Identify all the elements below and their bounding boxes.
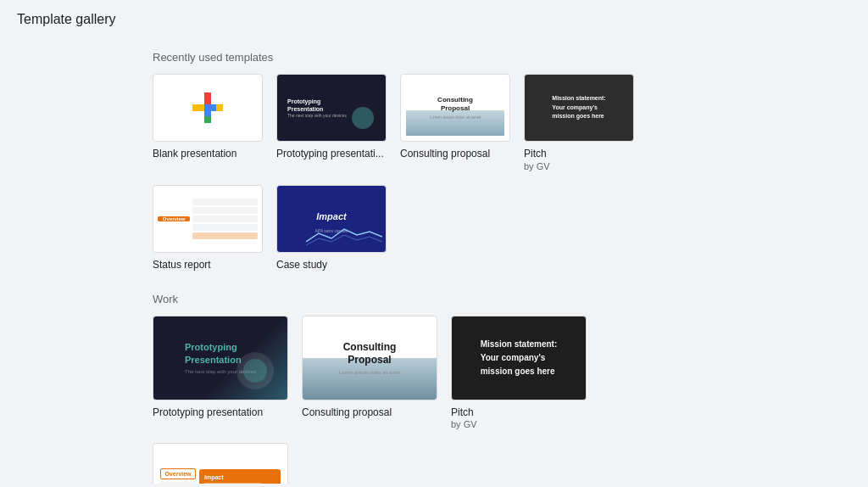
template-prototyping-lg[interactable]: PrototypingPresentation The next step wi…: [153, 316, 288, 430]
svg-rect-3: [216, 104, 223, 111]
template-blank[interactable]: Blank presentation: [153, 74, 263, 171]
recently-used-section-title: Recently used templates: [153, 51, 715, 64]
recently-used-grid: Blank presentation PrototypingPresentati…: [153, 74, 715, 272]
gallery-container: Recently used templates Blank presentati…: [0, 34, 868, 484]
svg-rect-2: [204, 92, 211, 104]
template-pitch-lg[interactable]: Mission statement:Your company'smission …: [451, 316, 587, 430]
template-status-lg-thumb: Overview Impact: [153, 443, 288, 484]
template-status-lg[interactable]: Overview Impact Status report: [153, 443, 288, 484]
template-consulting-lg-thumb: ConsultingProposal Lorem ipsum dolor sit…: [302, 316, 437, 400]
template-pitch-lg-thumb: Mission statement:Your company'smission …: [451, 316, 587, 400]
template-pitch-sm[interactable]: Mission statement:Your company'smission …: [524, 74, 634, 171]
template-consulting-lg-label: Consulting proposal: [302, 406, 437, 420]
page-title: Template gallery: [0, 0, 868, 34]
template-blank-label: Blank presentation: [153, 147, 263, 161]
template-case-sm-label: Case study: [276, 258, 387, 272]
template-pitch-lg-sublabel: by GV: [451, 419, 587, 429]
google-plus-icon: [189, 89, 226, 126]
template-prototyping-sm-label: Prototyping presentati...: [276, 147, 387, 161]
svg-rect-4: [204, 116, 211, 123]
template-pitch-sm-sublabel: by GV: [524, 161, 634, 171]
template-prototyping-sm[interactable]: PrototypingPresentation The next step wi…: [276, 74, 387, 171]
work-row1-grid: PrototypingPresentation The next step wi…: [153, 316, 715, 484]
template-consulting-sm[interactable]: ConsultingProposal Lorem ipsum dolor sit…: [400, 74, 510, 171]
template-prototyping-lg-label: Prototyping presentation: [153, 406, 288, 420]
template-prototyping-sm-thumb: PrototypingPresentation The next step wi…: [276, 74, 387, 142]
template-prototyping-lg-thumb: PrototypingPresentation The next step wi…: [153, 316, 288, 400]
svg-rect-5: [192, 104, 204, 111]
template-status-sm-thumb: Overview: [153, 185, 263, 253]
template-consulting-sm-thumb: ConsultingProposal Lorem ipsum dolor sit…: [400, 74, 510, 142]
template-pitch-sm-label: Pitch: [524, 147, 634, 161]
template-blank-thumb: [153, 74, 263, 142]
template-case-sm[interactable]: Impact APA sans version Case study: [276, 185, 387, 272]
work-section-title: Work: [153, 293, 715, 305]
template-pitch-sm-thumb: Mission statement:Your company'smission …: [524, 74, 634, 142]
case-wave-icon: [306, 225, 382, 249]
template-consulting-lg[interactable]: ConsultingProposal Lorem ipsum dolor sit…: [302, 316, 437, 430]
template-case-sm-thumb: Impact APA sans version: [276, 185, 387, 253]
template-pitch-lg-label: Pitch: [451, 406, 587, 420]
template-status-sm-label: Status report: [153, 258, 263, 272]
template-consulting-sm-label: Consulting proposal: [400, 147, 510, 161]
template-status-sm[interactable]: Overview Status report: [153, 185, 263, 272]
